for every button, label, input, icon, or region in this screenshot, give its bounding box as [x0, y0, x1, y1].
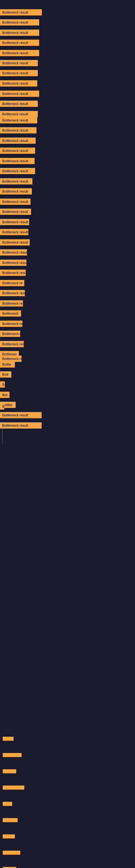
bottleneck-bar-24: Bottleneck result — [0, 249, 27, 255]
bottleneck-bar-30: Bottleneck — [0, 310, 21, 316]
bottleneck-bar-23: Bottleneck result — [0, 239, 30, 246]
bottom-bar-1 — [3, 753, 21, 757]
bottleneck-bar-27: Bottleneck re — [0, 280, 24, 286]
bottleneck-bar-35: Bottleneck re — [0, 355, 21, 362]
bottleneck-bar-14: Bottleneck result — [0, 148, 35, 154]
bottleneck-bar-10: Bottleneck result — [0, 111, 38, 117]
vertical-cursor-line — [2, 422, 2, 444]
bottleneck-bar-13: Bottleneck result — [0, 137, 36, 144]
bottleneck-bar-43: Bottleneck result — [0, 422, 42, 429]
bottom-bar-3 — [3, 785, 24, 789]
bottleneck-bar-42: Bottleneck result — [0, 412, 42, 418]
bottleneck-bar-20: Bottleneck result — [0, 209, 31, 215]
bottleneck-bar-8: Bottleneck result — [0, 91, 39, 97]
bottleneck-bar-4: Bottleneck result — [0, 50, 39, 56]
bottleneck-bar-36: Bottle — [0, 361, 15, 368]
bottleneck-bar-7: Bottleneck result — [0, 80, 37, 87]
bottleneck-bar-15: Bottleneck result — [0, 158, 35, 164]
bottleneck-bar-5: Bottleneck result — [0, 60, 38, 66]
bottleneck-bar-26: Bottleneck result — [0, 270, 26, 276]
bottleneck-bar-12: Bottleneck result — [0, 127, 37, 133]
bottleneck-bar-38: B — [0, 381, 5, 388]
bottleneck-bar-25: Bottleneck result — [0, 259, 27, 266]
bottom-bar-0 — [3, 737, 13, 741]
bottleneck-bar-16: Bottleneck result — [0, 168, 35, 174]
bottom-bar-2 — [3, 769, 16, 773]
bottleneck-bar-19: Bottleneck result — [0, 198, 31, 205]
bottom-bar-6 — [3, 834, 15, 838]
bottleneck-bar-31: Bottleneck re — [0, 321, 22, 327]
bottleneck-bar-29: Bottleneck re — [0, 300, 23, 307]
bottleneck-bar-37: Bott — [0, 371, 11, 378]
bottleneck-bar-41: B — [0, 403, 4, 410]
bottom-bar-5 — [3, 818, 17, 822]
bottleneck-bar-39: Bot — [0, 392, 9, 398]
chart-area: Bottleneck resultBottleneck resultBottle… — [0, 4, 135, 868]
bottleneck-bar-0: Bottleneck result — [0, 9, 42, 16]
bottleneck-bar-33: Bottleneck resu — [0, 341, 24, 347]
bottleneck-bar-3: Bottleneck result — [0, 40, 39, 46]
bottleneck-bar-18: Bottleneck result — [0, 188, 32, 194]
site-title — [0, 0, 135, 4]
bottom-bar-4 — [3, 802, 12, 806]
bottleneck-bar-9: Bottleneck result — [0, 101, 38, 107]
page-container: Bottleneck resultBottleneck resultBottle… — [0, 0, 135, 868]
bottom-bar-8 — [3, 867, 16, 868]
bottleneck-bar-1: Bottleneck result — [0, 19, 39, 26]
bottleneck-bar-32: Bottleneck r — [0, 331, 20, 337]
bottleneck-bar-21: Bottleneck result — [0, 219, 29, 225]
bottleneck-bar-2: Bottleneck result — [0, 30, 39, 36]
bottleneck-bar-28: Bottleneck result — [0, 290, 25, 296]
bottleneck-bar-17: Bottleneck result — [0, 178, 32, 184]
bottleneck-bar-6: Bottleneck result — [0, 70, 38, 76]
bottleneck-bar-11: Bottleneck result — [0, 117, 37, 123]
bottom-bar-7 — [3, 850, 20, 855]
bottleneck-bar-22: Bottleneck result — [0, 229, 28, 235]
